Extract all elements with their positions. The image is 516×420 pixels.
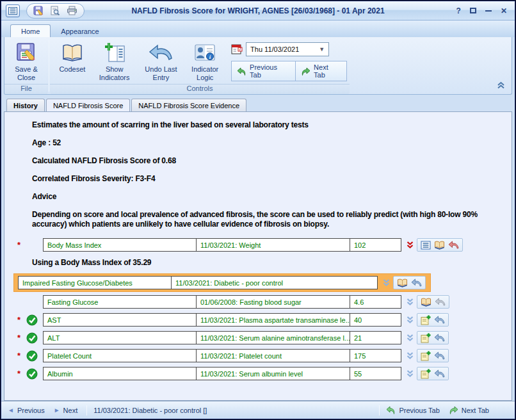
close-icon[interactable]: ✕ xyxy=(501,7,507,15)
question-entry-cell[interactable]: 11/03/2021: Serum alanine aminotransfera… xyxy=(197,332,350,344)
restore-icon[interactable] xyxy=(470,8,476,13)
row-action-buttons xyxy=(417,331,449,344)
question-name-cell[interactable]: Impaired Fasting Glucose/Diabetes xyxy=(19,277,172,289)
question-entry-cell[interactable]: 11/03/2021: Serum albumin level xyxy=(197,368,350,380)
indicator-logic-button[interactable]: i Indicator Logic xyxy=(185,40,225,83)
previous-tab-label-bottom: Previous Tab xyxy=(399,407,439,414)
previous-tab-label: Previous Tab xyxy=(250,63,290,79)
question-entry-cell[interactable]: 11/03/2021: Diabetic - poor control xyxy=(172,277,377,289)
question-value-cell[interactable]: 4.6 xyxy=(350,296,401,308)
question-rows: Impaired Fasting Glucose/Diabetes11/03/2… xyxy=(13,273,512,380)
question-value-cell[interactable]: 40 xyxy=(350,314,401,326)
ribbon-tab-appearance[interactable]: Appearance xyxy=(51,25,109,37)
question-name-cell[interactable]: Albumin xyxy=(44,368,197,380)
question-name-cell[interactable]: Fasting Glucose xyxy=(44,296,197,308)
new-entry-icon[interactable] xyxy=(421,333,431,343)
question-field-group: AST11/03/2021: Plasma aspartate transami… xyxy=(43,313,401,327)
description-text: Estimates the amount of scarring in the … xyxy=(32,120,512,129)
chevron-down-icon[interactable]: ▼ xyxy=(319,46,325,52)
question-value-cell[interactable]: 55 xyxy=(350,368,401,380)
question-row: *AST11/03/2021: Plasma aspartate transam… xyxy=(13,313,512,327)
codeset-book-icon[interactable] xyxy=(421,298,431,307)
completed-check-icon xyxy=(26,350,43,362)
question-value-cell[interactable]: 21 xyxy=(350,332,401,344)
save-icon[interactable] xyxy=(33,6,44,16)
undo-icon[interactable] xyxy=(434,351,445,360)
advice-text: Depending on score and local prevalence … xyxy=(32,210,509,229)
tab-history[interactable]: History xyxy=(6,99,45,111)
tab-nafld-fibrosis-score[interactable]: NAFLD Fibrosis Score xyxy=(46,99,130,112)
ribbon-tab-home[interactable]: Home xyxy=(10,24,51,37)
question-entry-cell[interactable]: 11/03/2021: Plasma aspartate transaminas… xyxy=(197,314,350,326)
next-tab-arrow-icon xyxy=(301,67,310,76)
expand-chevron-icon[interactable] xyxy=(406,298,414,306)
print-preview-icon[interactable] xyxy=(50,6,60,16)
ribbon-group-separator xyxy=(49,40,49,92)
undo-icon[interactable] xyxy=(411,279,422,287)
undo-icon[interactable] xyxy=(435,298,446,306)
tab-nafld-fibrosis-score-evidence[interactable]: NAFLD Fibrosis Score Evidence xyxy=(131,99,246,111)
arrow-left-icon: ◄ xyxy=(8,407,14,414)
question-entry-cell[interactable]: 11/03/2021: Platelet count xyxy=(197,350,350,362)
required-asterisk: * xyxy=(17,369,26,378)
expand-chevron-icon[interactable] xyxy=(406,241,414,249)
undo-icon[interactable] xyxy=(434,316,445,324)
calculated-score-text: Calculated NAFLD Fibrosis Score of 0.68 xyxy=(32,156,512,165)
expand-chevron-icon[interactable] xyxy=(382,279,391,287)
question-name-cell[interactable]: Body Mass Index xyxy=(44,239,197,251)
print-icon[interactable] xyxy=(67,6,77,15)
question-entry-cell[interactable]: 11/03/2021: Weight xyxy=(197,239,350,251)
collapse-ribbon-icon[interactable] xyxy=(497,80,505,92)
required-asterisk: * xyxy=(17,315,26,325)
codeset-book-icon[interactable] xyxy=(397,279,408,287)
undo-icon[interactable] xyxy=(448,241,459,249)
help-icon[interactable]: ? xyxy=(456,7,461,15)
new-entry-icon[interactable] xyxy=(421,369,431,379)
undo-arrow-icon xyxy=(149,41,173,64)
previous-tab-button-bottom[interactable]: Previous Tab xyxy=(386,406,439,414)
date-picker[interactable]: Thu 11/03/2021 ▼ xyxy=(246,42,329,56)
ribbon-group-controls-label: Controls xyxy=(50,84,350,94)
age-text: Age : 52 xyxy=(32,138,512,147)
status-separator xyxy=(86,405,87,416)
expand-chevron-icon[interactable] xyxy=(406,351,414,360)
next-tab-button-bottom[interactable]: Next Tab xyxy=(449,406,489,414)
question-name-cell[interactable]: ALT xyxy=(44,332,197,344)
new-entry-icon[interactable] xyxy=(421,351,431,361)
new-entry-icon[interactable] xyxy=(421,315,431,325)
codeset-button[interactable]: Codeset xyxy=(52,40,92,75)
window-menu-icon[interactable] xyxy=(6,4,20,17)
required-asterisk: * xyxy=(17,240,26,250)
question-value-cell[interactable]: 175 xyxy=(350,350,401,362)
question-entry-cell[interactable]: 01/06/2008: Fasting blood sugar xyxy=(197,296,350,308)
expand-chevron-icon[interactable] xyxy=(406,334,414,342)
expand-chevron-icon[interactable] xyxy=(406,369,414,378)
previous-tab-button[interactable]: Previous Tab xyxy=(232,61,295,81)
indicator-logic-icon: i xyxy=(195,41,215,64)
ribbon-controls-column: 7 Thu 11/03/2021 ▼ Previous Tab xyxy=(231,40,347,81)
app-window: NAFLD Fibrosis Score for WRIGHT, AGNES [… xyxy=(0,0,516,420)
expand-chevron-icon[interactable] xyxy=(406,316,414,324)
row-action-buttons xyxy=(417,313,449,327)
question-name-cell[interactable]: AST xyxy=(44,314,197,326)
indicator-logic-label: Indicator Logic xyxy=(186,65,223,81)
question-field-group: Fasting Glucose01/06/2008: Fasting blood… xyxy=(43,295,401,309)
save-close-button[interactable]: Save & Close xyxy=(7,40,45,83)
previous-tab-arrow-icon xyxy=(386,406,396,414)
next-button[interactable]: ► Next xyxy=(54,407,78,414)
show-indicators-button[interactable]: Show Indicators xyxy=(92,40,137,83)
minimize-icon[interactable] xyxy=(485,10,492,12)
undo-icon[interactable] xyxy=(434,369,445,378)
row-action-buttons xyxy=(393,276,426,289)
ribbon-group-file: Save & Close File xyxy=(4,37,48,94)
question-value-cell[interactable]: 102 xyxy=(350,239,401,251)
undo-last-entry-button[interactable]: Undo Last Entry xyxy=(140,40,182,83)
question-name-cell[interactable]: Platelet Count xyxy=(44,350,197,362)
history-list-icon[interactable] xyxy=(421,241,431,250)
previous-label: Previous xyxy=(17,407,45,414)
save-close-label: Save & Close xyxy=(8,65,44,81)
next-tab-button[interactable]: Next Tab xyxy=(295,61,346,81)
codeset-book-icon[interactable] xyxy=(434,241,445,250)
undo-icon[interactable] xyxy=(434,334,445,342)
previous-button[interactable]: ◄ Previous xyxy=(8,407,45,414)
